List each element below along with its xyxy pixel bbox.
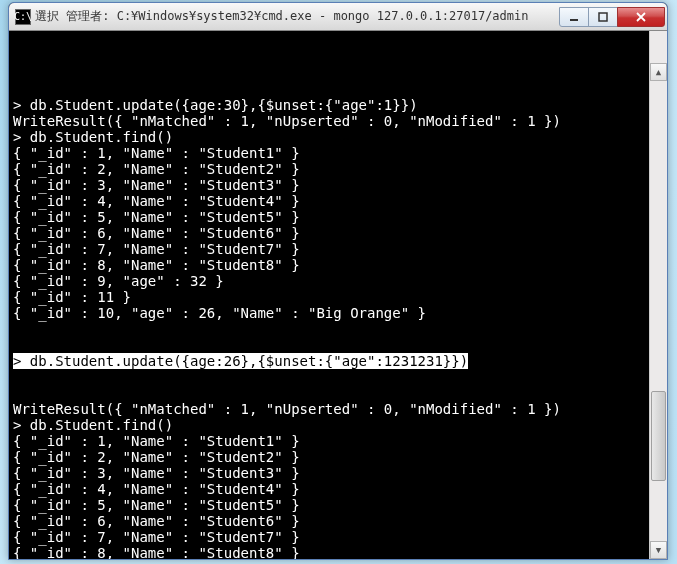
minimize-button[interactable] (559, 7, 589, 27)
terminal-area[interactable]: > db.Student.update({age:30},{$unset:{"a… (9, 31, 667, 559)
svg-rect-0 (570, 19, 578, 21)
terminal-line: { "_id" : 7, "Name" : "Student7" } (13, 529, 645, 545)
terminal-line: { "_id" : 11 } (13, 289, 645, 305)
terminal-line: WriteResult({ "nMatched" : 1, "nUpserted… (13, 401, 645, 417)
cmd-icon: C:\ (15, 9, 31, 25)
scroll-down-button[interactable]: ▼ (650, 541, 667, 559)
terminal-line: { "_id" : 2, "Name" : "Student2" } (13, 449, 645, 465)
terminal-line: > db.Student.find() (13, 129, 645, 145)
minimize-icon (568, 12, 580, 22)
terminal-line: { "_id" : 9, "age" : 32 } (13, 273, 645, 289)
terminal-line: { "_id" : 4, "Name" : "Student4" } (13, 193, 645, 209)
maximize-icon (597, 12, 609, 22)
svg-rect-1 (599, 13, 607, 21)
terminal-line: { "_id" : 6, "Name" : "Student6" } (13, 225, 645, 241)
scroll-up-button[interactable]: ▲ (650, 63, 667, 81)
terminal-line: { "_id" : 6, "Name" : "Student6" } (13, 513, 645, 529)
terminal-line: { "_id" : 1, "Name" : "Student1" } (13, 145, 645, 161)
scroll-thumb[interactable] (651, 391, 666, 481)
terminal-line: > db.Student.find() (13, 417, 645, 433)
window-title: 選択 管理者: C:¥Windows¥system32¥cmd.exe - mo… (35, 8, 560, 25)
terminal-line: { "_id" : 5, "Name" : "Student5" } (13, 497, 645, 513)
titlebar[interactable]: C:\ 選択 管理者: C:¥Windows¥system32¥cmd.exe … (9, 3, 667, 31)
terminal-line: { "_id" : 10, "age" : 26, "Name" : "Big … (13, 305, 645, 321)
terminal-line: { "_id" : 4, "Name" : "Student4" } (13, 481, 645, 497)
terminal-line: { "_id" : 7, "Name" : "Student7" } (13, 241, 645, 257)
terminal-line: WriteResult({ "nMatched" : 1, "nUpserted… (13, 113, 645, 129)
cmd-window: C:\ 選択 管理者: C:¥Windows¥system32¥cmd.exe … (8, 2, 668, 560)
terminal-line: > db.Student.update({age:30},{$unset:{"a… (13, 97, 645, 113)
terminal-content: > db.Student.update({age:30},{$unset:{"a… (13, 65, 645, 559)
selected-line[interactable]: > db.Student.update({age:26},{$unset:{"a… (13, 353, 468, 369)
window-controls (560, 7, 665, 27)
terminal-line: { "_id" : 2, "Name" : "Student2" } (13, 161, 645, 177)
terminal-line: { "_id" : 3, "Name" : "Student3" } (13, 465, 645, 481)
close-icon (635, 12, 647, 22)
terminal-line: { "_id" : 8, "Name" : "Student8" } (13, 257, 645, 273)
scrollbar[interactable]: ▲ ▼ (649, 31, 667, 559)
terminal-line: { "_id" : 5, "Name" : "Student5" } (13, 209, 645, 225)
terminal-line: { "_id" : 8, "Name" : "Student8" } (13, 545, 645, 559)
terminal-line: { "_id" : 1, "Name" : "Student1" } (13, 433, 645, 449)
terminal-line: { "_id" : 3, "Name" : "Student3" } (13, 177, 645, 193)
close-button[interactable] (617, 7, 665, 27)
maximize-button[interactable] (588, 7, 618, 27)
